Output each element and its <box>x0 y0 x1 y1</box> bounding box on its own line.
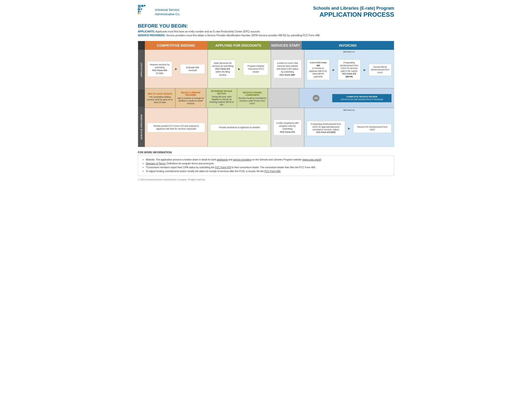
section-olive-provider: Provide assistance to applicant as neede… <box>208 108 271 147</box>
svg-rect-2 <box>144 5 145 6</box>
info-box: Website: The application process is brok… <box>138 155 394 176</box>
info-title: FOR MORE INFORMATION: <box>138 151 394 154</box>
before-text: APPLICANTS: Applicants must first have a… <box>138 30 394 37</box>
arrow-1: ► <box>174 67 179 71</box>
provider-row: Review posted FCC Forms 470 and respond … <box>145 108 394 147</box>
complete-body: Correct errors and resubmit forms if nec… <box>341 98 383 101</box>
funding-commitment-cell: RECEIVE FUNDING COMMITMENT Receive Fundi… <box>237 88 268 108</box>
info-list: Website: The application process is brok… <box>142 158 390 173</box>
svg-rect-1 <box>141 5 143 7</box>
form-470-box: Request services by submitting FCC Form … <box>147 61 172 77</box>
method2-label: METHOD #2: <box>304 108 394 112</box>
select-body: Sign a contract or arrange for tarriffed… <box>177 97 205 105</box>
svg-rect-7 <box>138 13 139 14</box>
invoice-body: During this time, work together to choos… <box>208 95 236 106</box>
footer: © 2018 Universal Service Administrative … <box>138 178 394 181</box>
or-section: OR <box>301 95 332 102</box>
applicant-row: Request services by submitting FCC Form … <box>145 50 394 88</box>
usac-logo-icon <box>138 5 152 19</box>
middle-orange: WAIT AT LEAST 28 DAYS The competitive bi… <box>145 88 207 108</box>
svg-rect-6 <box>140 11 141 12</box>
list-item: To adjust funding commitments and/or mod… <box>146 169 390 173</box>
before-section: BEFORE YOU BEGIN: APPLICANTS: Applicants… <box>138 23 394 37</box>
col-header-services: SERVICES START <box>269 41 302 50</box>
invoice-method-cell: DETERMINE INVOICE METHOD During this tim… <box>207 88 237 108</box>
middle-blue: OR COMPLETE INVOICE REVIEW Correct error… <box>299 88 394 108</box>
or-circle: OR <box>313 95 319 102</box>
applicants-label: APPLICANTS: <box>138 30 155 33</box>
section-blue-provider: METHOD #2: If requesting reimbursement f… <box>304 108 394 147</box>
form-472-box: If requesting reimbursement from USAC fo… <box>338 59 361 80</box>
arrow-5: ► <box>347 126 351 130</box>
svg-rect-4 <box>141 8 142 10</box>
page-title: Schools and Libraries (E-rate) Program A… <box>313 6 394 18</box>
arrow-4: ► <box>362 68 367 72</box>
side-label-applicant: APPLICANT <box>138 50 145 90</box>
form-474-box: If requesting reimbursement from USAC fo… <box>307 121 345 136</box>
select-provider-cell: SELECT A SERVICE PROVIDER Sign a contrac… <box>176 88 206 108</box>
applicants-text: Applicants must first have an entity num… <box>155 30 260 33</box>
form-471-box: Seek discounts for services by submittin… <box>210 60 235 78</box>
side-label-provider: SERVICE PROVIDER <box>138 107 145 147</box>
section-blue-applicant: METHOD #1: Submit FCC Form 498 to receiv… <box>304 50 394 88</box>
page-header: Universal Service Administrative Co. Sch… <box>138 5 394 19</box>
list-item: Website: The application process is brok… <box>146 158 390 162</box>
providers-text: Service providers must first obtain a Se… <box>166 34 320 37</box>
col-header-invoicing: INVOICING <box>302 41 394 50</box>
wait-28-cell: WAIT AT LEAST 28 DAYS The competitive bi… <box>145 88 175 108</box>
section-orange-provider: Review posted FCC Forms 470 and respond … <box>145 108 208 147</box>
logo-area: Universal Service Administrative Co. <box>138 5 180 19</box>
spi-reimbursement-box: Receive SPI reimbursement from USAC <box>353 124 391 133</box>
method1-label: METHOD #1: <box>304 50 394 53</box>
blue-applicant-inner: Submit FCC Form 498 to receive an applic… <box>304 53 394 88</box>
bear-reimbursement-box: Receive BEAR reimbursement from USAC <box>369 64 391 76</box>
side-labels: APPLICANT SERVICE PROVIDER <box>138 50 145 147</box>
section-gray-provider: Certify compliance with program rules by… <box>271 108 304 147</box>
svg-rect-0 <box>138 5 141 8</box>
blue-provider-inner: If requesting reimbursement from USAC fo… <box>304 112 394 147</box>
main-grid: COMPETITIVE BIDDING APPLYING FOR DISCOUN… <box>138 41 394 147</box>
side-label-middle <box>138 90 145 107</box>
section-olive-applicant: Seek discounts for services by submittin… <box>208 50 271 88</box>
wait-title: WAIT AT LEAST 28 DAYS <box>148 93 172 95</box>
info-section: FOR MORE INFORMATION: Website: The appli… <box>138 151 394 176</box>
pia-box: Program Integrity Assurance (PIA) review <box>243 63 268 75</box>
list-item: Glossary of Terms: Definitions for progr… <box>146 162 390 166</box>
spacer <box>138 41 145 50</box>
middle-row: WAIT AT LEAST 28 DAYS The competitive bi… <box>145 88 394 108</box>
wait-body: The competitive bidding process must be … <box>146 96 174 104</box>
svg-rect-3 <box>138 8 140 10</box>
complete-review-section: COMPLETE INVOICE REVIEW Correct errors a… <box>331 93 392 103</box>
complete-invoice-box: COMPLETE INVOICE REVIEW Correct errors a… <box>332 94 391 103</box>
arrow-2: ► <box>237 67 242 71</box>
middle-olive: DETERMINE INVOICE METHOD During this tim… <box>207 88 268 108</box>
logo-text: Universal Service Administrative Co. <box>155 8 180 17</box>
funding-title: RECEIVE FUNDING COMMITMENT <box>238 91 266 96</box>
col-header-bidding: COMPETITIVE BIDDING <box>145 41 207 50</box>
invoice-title: DETERMINE INVOICE METHOD <box>208 90 236 95</box>
arrow-3: ► <box>332 68 336 72</box>
col-header-applying: APPLYING FOR DISCOUNTS <box>207 41 270 50</box>
providers-label: SERVICE PROVIDERS: <box>138 34 165 37</box>
provider-assistance-box: Provide assistance to applicant as neede… <box>210 124 268 131</box>
form-486-box: Confirm to USAC that services have start… <box>274 60 302 78</box>
evaluate-bids-box: Evaluate bids received <box>180 64 205 74</box>
funding-body: Receive Funding Commitment Decision Lett… <box>238 97 266 105</box>
middle-gray <box>268 88 299 108</box>
before-title: BEFORE YOU BEGIN: <box>138 23 394 29</box>
select-title: SELECT A SERVICE PROVIDER <box>177 91 205 96</box>
list-item: *Consortium members report their CIPA st… <box>146 166 390 169</box>
column-headers: COMPETITIVE BIDDING APPLYING FOR DISCOUN… <box>138 41 394 50</box>
section-gray-applicant: Confirm to USAC that services have start… <box>271 50 304 88</box>
svg-rect-8 <box>140 13 141 14</box>
body-area: APPLICANT SERVICE PROVIDER Request servi… <box>138 50 394 147</box>
content-columns: Request services by submitting FCC Form … <box>145 50 394 147</box>
provider-bids-box: Review posted FCC Forms 470 and respond … <box>147 122 205 132</box>
form-473-box: Certify compliance with program rules by… <box>274 120 302 135</box>
complete-title: COMPLETE INVOICE REVIEW <box>347 95 378 98</box>
section-orange-applicant: Request services by submitting FCC Form … <box>145 50 208 88</box>
svg-rect-5 <box>138 11 139 12</box>
form-498-box: Submit FCC Form 498 to receive an applic… <box>307 59 330 80</box>
